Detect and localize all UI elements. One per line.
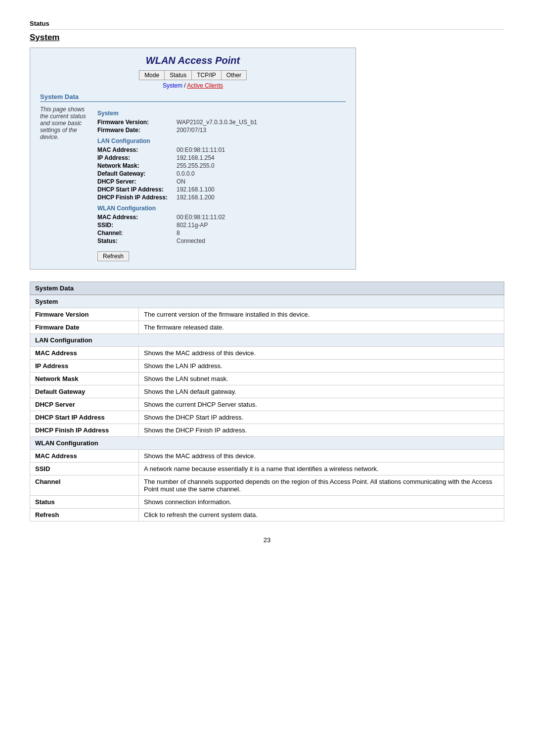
doc-data-row: Firmware VersionThe current version of t… [30,308,504,321]
lan-dhcp-value: ON [177,178,185,185]
lan-dhcp-start-row: DHCP Start IP Address: 192.168.1.100 [97,186,346,193]
firmware-version-label: Firmware Version: [97,119,177,126]
doc-data-row: MAC AddressShows the MAC address of this… [30,450,504,463]
doc-row-desc: Shows the MAC address of this device. [139,347,504,360]
doc-data-row: IP AddressShows the LAN IP address. [30,360,504,373]
doc-section-row: System [30,295,504,308]
page-number: 23 [30,536,504,544]
doc-data-row: DHCP Start IP AddressShows the DHCP Star… [30,411,504,424]
wlan-ssid-value: 802.11g-AP [177,222,208,229]
firmware-version-row: Firmware Version: WAP2102_v7.0.3.0.3e_US… [97,119,346,126]
wlan-ssid-label: SSID: [97,222,177,229]
doc-row-desc: Shows the LAN IP address. [139,360,504,373]
doc-row-label: Network Mask [30,373,139,385]
lan-mac-value: 00:E0:98:11:11:01 [177,146,225,153]
device-content: System Firmware Version: WAP2102_v7.0.3.… [97,106,346,261]
doc-data-row: Firmware DateThe firmware released date. [30,321,504,334]
device-nav: Mode Status TCP/IP Other [40,70,346,80]
wlan-status-value: Connected [177,237,205,244]
lan-dhcp-start-value: 192.168.1.100 [177,186,215,193]
refresh-button[interactable]: Refresh [97,251,129,261]
lan-group-label: LAN Configuration [97,138,346,144]
tab-tcpip[interactable]: TCP/IP [192,71,222,80]
wlan-mac-label: MAC Address: [97,214,177,221]
doc-row-label: MAC Address [30,347,139,360]
tab-status[interactable]: Status [165,71,192,80]
doc-data-row: SSIDA network name because essentially i… [30,463,504,475]
lan-mac-label: MAC Address: [97,146,177,153]
device-sidebar: This page shows the current status and s… [40,106,89,261]
doc-row-desc: Click to refresh the current system data… [139,509,504,521]
doc-data-row: RefreshClick to refresh the current syst… [30,509,504,521]
doc-row-label: DHCP Start IP Address [30,411,139,424]
doc-row-desc: Shows the LAN subnet mask. [139,373,504,385]
doc-data-row: StatusShows connection information. [30,496,504,509]
lan-ip-label: IP Address: [97,154,177,161]
doc-section-row: WLAN Configuration [30,437,504,450]
subnav-system-link[interactable]: System [163,82,182,89]
doc-data-row: Network MaskShows the LAN subnet mask. [30,373,504,385]
lan-gateway-label: Default Gateway: [97,170,177,177]
lan-mask-value: 255.255.255.0 [177,162,215,169]
doc-row-label: SSID [30,463,139,475]
device-section-title: System Data [40,93,346,102]
doc-data-row: DHCP Finish IP AddressShows the DHCP Fin… [30,424,504,437]
device-subnav: System / Active Clients [40,82,346,89]
lan-gateway-row: Default Gateway: 0.0.0.0 [97,170,346,177]
doc-row-desc: Shows the DHCP Start IP address. [139,411,504,424]
system-group-label: System [97,110,346,117]
device-body: This page shows the current status and s… [40,106,346,261]
doc-row-label: Firmware Version [30,308,139,321]
doc-row-desc: Shows the LAN default gateway. [139,385,504,398]
doc-row-label: Default Gateway [30,385,139,398]
doc-row-label: IP Address [30,360,139,373]
device-panel-title: WLAN Access Point [40,55,346,66]
firmware-version-value: WAP2102_v7.0.3.0.3e_US_b1 [177,119,257,126]
wlan-status-row: Status: Connected [97,237,346,244]
doc-row-desc: The current version of the firmware inst… [139,308,504,321]
wlan-group-label: WLAN Configuration [97,205,346,212]
firmware-date-row: Firmware Date: 2007/07/13 [97,127,346,134]
lan-dhcp-start-label: DHCP Start IP Address: [97,186,177,193]
system-data-bar: System Data [30,282,504,295]
tab-other[interactable]: Other [222,71,246,80]
doc-row-label: Channel [30,475,139,496]
doc-row-desc: Shows the DHCP Finish IP address. [139,424,504,437]
doc-row-desc: A network name because essentially it is… [139,463,504,475]
doc-row-desc: The firmware released date. [139,321,504,334]
firmware-date-value: 2007/07/13 [177,127,206,134]
doc-row-desc: Shows the MAC address of this device. [139,450,504,463]
lan-gateway-value: 0.0.0.0 [177,170,195,177]
doc-data-row: ChannelThe number of channels supported … [30,475,504,496]
doc-data-row: Default GatewayShows the LAN default gat… [30,385,504,398]
lan-mac-row: MAC Address: 00:E0:98:11:11:01 [97,146,346,153]
wlan-channel-label: Channel: [97,230,177,236]
tab-mode[interactable]: Mode [139,71,165,80]
lan-mask-label: Network Mask: [97,162,177,169]
device-nav-tabs: Mode Status TCP/IP Other [139,70,247,80]
wlan-channel-row: Channel: 8 [97,230,346,236]
doc-data-row: DHCP ServerShows the current DHCP Server… [30,398,504,411]
doc-row-label: MAC Address [30,450,139,463]
lan-dhcp-label: DHCP Server: [97,178,177,185]
doc-data-row: MAC AddressShows the MAC address of this… [30,347,504,360]
status-heading: Status [30,20,504,30]
lan-dhcp-finish-label: DHCP Finish IP Address: [97,194,177,201]
doc-section-row: LAN Configuration [30,334,504,347]
lan-dhcp-finish-value: 192.168.1.200 [177,194,215,201]
firmware-date-label: Firmware Date: [97,127,177,134]
doc-row-label: Firmware Date [30,321,139,334]
wlan-ssid-row: SSID: 802.11g-AP [97,222,346,229]
doc-row-desc: Shows connection information. [139,496,504,509]
doc-row-label: DHCP Finish IP Address [30,424,139,437]
lan-mask-row: Network Mask: 255.255.255.0 [97,162,346,169]
doc-row-label: Status [30,496,139,509]
doc-row-label: DHCP Server [30,398,139,411]
doc-table: SystemFirmware VersionThe current versio… [30,295,504,521]
wlan-mac-value: 00:E0:98:11:11:02 [177,214,225,221]
subnav-activeclients-link[interactable]: Active Clients [187,82,223,89]
lan-dhcp-row: DHCP Server: ON [97,178,346,185]
doc-row-label: Refresh [30,509,139,521]
lan-ip-row: IP Address: 192.168.1.254 [97,154,346,161]
lan-ip-value: 192.168.1.254 [177,154,215,161]
